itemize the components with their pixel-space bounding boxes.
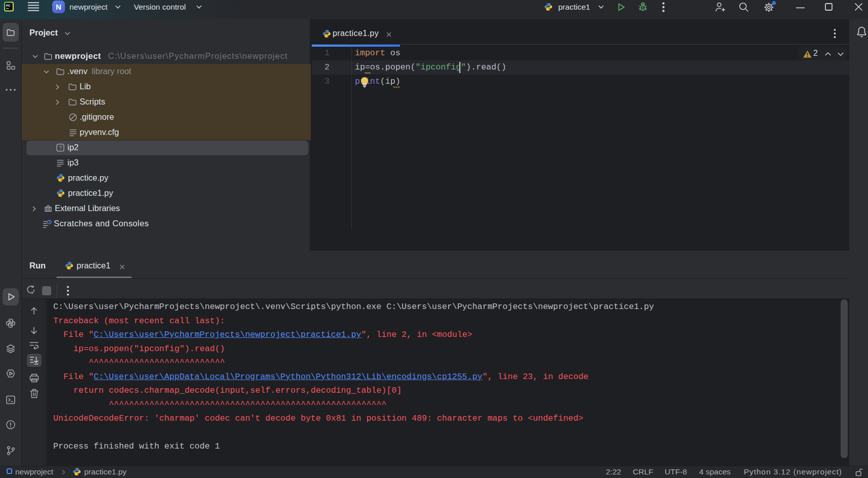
svg-text:PC: PC bbox=[6, 4, 11, 7]
svg-text:?: ? bbox=[59, 145, 62, 151]
